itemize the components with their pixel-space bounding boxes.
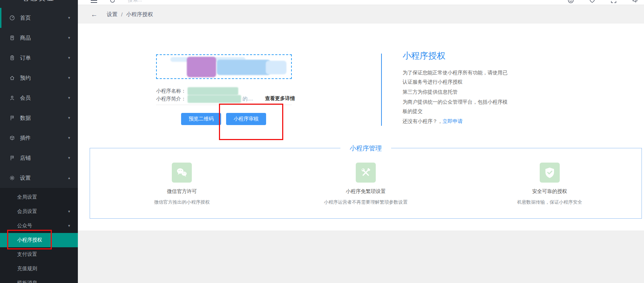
authorization-info-panel: 小程序授权 为了保证您能正常使小程序所有功能，请使用已认证服务号进行小程序授权 … (403, 50, 517, 126)
breadcrumb: ← 设置 / 小程序授权 (78, 5, 644, 24)
submenu-item-label: 模板消息 (17, 280, 37, 283)
submenu-item-label: 全局设置 (17, 194, 37, 200)
miniprogram-name-label: 小程序名称： (156, 88, 186, 94)
miniprogram-intro-label: 小程序简介： (156, 96, 186, 102)
card-title: 小程序免繁琐设置 (274, 188, 458, 195)
submenu-item-member-settings[interactable]: 会员设置 ▼ (0, 204, 78, 219)
sidebar: 智慧美业 首页 ▼ 商品 ▼ 订单 ▼ 预约 ▼ (0, 0, 78, 283)
tools-icon (356, 163, 376, 183)
settings-icon (9, 175, 15, 181)
info-line: 为了保证您能正常使小程序所有功能，请使用已认证服务号进行小程序授权 (403, 68, 510, 86)
breadcrumb-parent[interactable]: 设置 (107, 11, 118, 18)
info-line: 第三方为你提供信息托管 (403, 87, 510, 96)
card-description: 微信官方推出的小程序授权 (90, 199, 274, 205)
submenu-item-label: 充值规则 (17, 265, 37, 272)
booking-icon (9, 75, 15, 81)
miniprogram-manage-section: 小程序管理 微信官方许可 微信官方推出的小程序授权 (90, 148, 642, 219)
blurred-name-value (188, 87, 238, 95)
search-input[interactable] (128, 0, 206, 3)
feature-cards: 微信官方许可 微信官方推出的小程序授权 小程序免繁琐设置 小程序运营者不再需要理… (90, 148, 641, 218)
feature-card-wechat: 微信官方许可 微信官方推出的小程序授权 (90, 163, 274, 218)
miniprogram-intro-row: 小程序简介： 的.... (156, 95, 253, 103)
intro-suffix-text: 的.... (243, 96, 253, 102)
submenu-item-template-message[interactable]: 模板消息 (0, 276, 78, 283)
manage-section-title: 小程序管理 (340, 144, 391, 153)
app-window: 智慧美业 首页 ▼ 商品 ▼ 订单 ▼ 预约 ▼ (0, 0, 644, 283)
chevron-down-icon: ▼ (68, 76, 71, 80)
chevron-down-icon: ▼ (68, 56, 71, 60)
sidebar-menu: 首页 ▼ 商品 ▼ 订单 ▼ 预约 ▼ 会员 ▼ (0, 5, 78, 188)
orders-icon (9, 55, 15, 61)
menu-icon[interactable] (91, 0, 97, 4)
dashboard-icon (9, 15, 15, 21)
goods-icon (9, 35, 15, 41)
announcement-icon[interactable] (632, 0, 638, 5)
member-icon (9, 95, 15, 101)
no-miniprogram-text: 还没有小程序？， (403, 118, 443, 124)
fullscreen-icon[interactable] (610, 0, 617, 5)
settings-submenu: 全局设置 会员设置 ▼ 公众号 ▼ 小程序授权 支付设置 充值规则 模板消息 (0, 188, 78, 283)
submenu-item-label: 公众号 (17, 223, 32, 229)
sidebar-item-label: 店铺 (20, 155, 31, 162)
card-title: 微信官方许可 (90, 188, 274, 195)
heart-icon[interactable] (589, 0, 595, 5)
card-description: 机密数据传输，保证小程序安全 (458, 199, 641, 205)
sidebar-item-home[interactable]: 首页 ▼ (0, 8, 78, 28)
submenu-item-miniprogram-auth[interactable]: 小程序授权 (0, 233, 78, 247)
sidebar-item-label: 首页 (20, 15, 31, 21)
chevron-down-icon: ▼ (68, 136, 71, 140)
miniprogram-name-row: 小程序名称： (156, 87, 238, 95)
submenu-item-label: 小程序授权 (17, 237, 42, 243)
topbar (78, 0, 644, 5)
app-logo-text: 智慧美业 (0, 0, 78, 4)
sidebar-item-booking[interactable]: 预约 ▼ (0, 68, 78, 88)
card-description: 小程序运营者不再需要理解繁琐参数设置 (274, 199, 458, 205)
menu-active-indicator (0, 8, 1, 28)
chevron-down-icon: ▼ (68, 36, 71, 40)
main-content: 小程序名称： 小程序简介： 的.... 查看更多详情 预览二维码 小程序审核 小… (78, 24, 644, 230)
sidebar-item-data[interactable]: 数据 ▼ (0, 108, 78, 128)
info-line: 为商户提供统一的公众管理平台，包括小程序模板的提交 (403, 97, 510, 116)
divider (156, 105, 292, 105)
sidebar-item-orders[interactable]: 订单 ▼ (0, 48, 78, 68)
data-icon (9, 115, 15, 121)
submenu-item-payment-settings[interactable]: 支付设置 (0, 247, 78, 262)
view-more-link[interactable]: 查看更多详情 (265, 95, 295, 102)
sidebar-item-goods[interactable]: 商品 ▼ (0, 28, 78, 48)
blurred-content (266, 61, 286, 74)
chevron-down-icon: ▼ (68, 116, 71, 120)
sidebar-item-label: 设置 (20, 175, 31, 182)
shield-check-icon (540, 163, 560, 183)
info-line: 还没有小程序？，立即申请 (403, 116, 510, 126)
chevron-down-icon: ▼ (68, 224, 71, 228)
sidebar-item-label: 会员 (20, 95, 31, 101)
chevron-down-icon: ▼ (68, 156, 71, 160)
submenu-item-recharge-rules[interactable]: 充值规则 (0, 262, 78, 276)
blurred-intro-value (188, 95, 241, 103)
preview-qrcode-button[interactable]: 预览二维码 (181, 113, 221, 125)
chevron-down-icon: ▼ (68, 210, 71, 213)
plugin-icon (9, 135, 15, 141)
info-panel-title: 小程序授权 (403, 50, 517, 61)
submenu-item-official-account[interactable]: 公众号 ▼ (0, 219, 78, 233)
sidebar-item-label: 预约 (20, 75, 31, 81)
chevron-down-icon: ▼ (68, 96, 71, 100)
sidebar-item-plugins[interactable]: 插件 ▼ (0, 128, 78, 148)
sidebar-item-members[interactable]: 会员 ▼ (0, 88, 78, 108)
miniprogram-review-button[interactable]: 小程序审核 (226, 113, 266, 125)
submenu-item-global-settings[interactable]: 全局设置 (0, 190, 78, 204)
wechat-icon (172, 163, 192, 183)
sidebar-item-shop[interactable]: 店铺 ▼ (0, 148, 78, 168)
apply-now-link[interactable]: 立即申请 (443, 118, 463, 124)
sidebar-item-settings[interactable]: 设置 ▲ (0, 168, 78, 188)
back-arrow-icon[interactable]: ← (91, 11, 98, 19)
feature-card-easy-setup: 小程序免繁琐设置 小程序运营者不再需要理解繁琐参数设置 (274, 163, 458, 218)
blurred-name (217, 60, 270, 75)
chevron-down-icon: ▼ (68, 16, 71, 20)
emoji-icon[interactable] (568, 0, 574, 5)
submenu-item-label: 支付设置 (17, 251, 37, 258)
blurred-logo (187, 57, 216, 77)
refresh-icon[interactable] (109, 0, 116, 5)
vertical-divider (381, 54, 382, 126)
chevron-up-icon: ▲ (68, 176, 71, 180)
